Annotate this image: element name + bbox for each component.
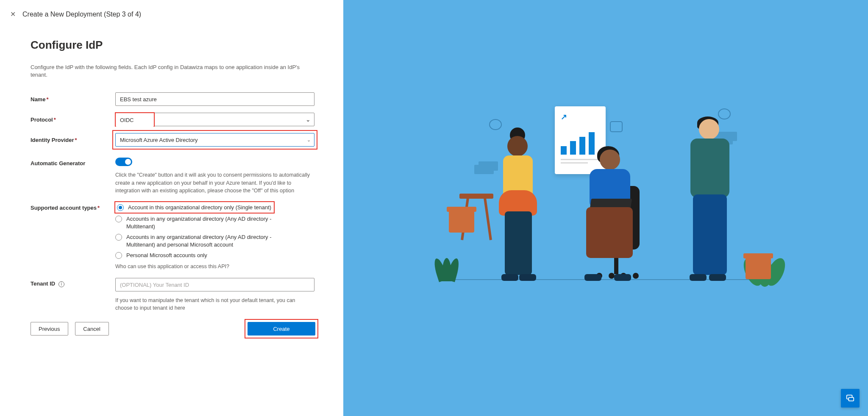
header: ✕ Create a New Deployment (Step 3 of 4) [10,10,330,18]
footer-buttons: Previous Cancel Create [31,322,315,336]
tenant-id-input[interactable] [115,278,314,291]
page-title: Configure IdP [31,39,315,52]
account-types-help: Who can use this application or access t… [115,263,310,270]
radio-icon [115,216,122,222]
radio-icon [115,234,122,241]
required-marker: * [46,96,48,103]
radio-icon [115,252,122,259]
tenant-id-help: If you want to manipulate the tenant whi… [115,297,310,312]
label-tenant-id: Tenant ID i [31,278,115,287]
label-account-types: Supported account types* [31,202,115,211]
label-name: Name* [31,96,115,103]
radio-label: Accounts in any organizational directory… [126,233,289,248]
radio-icon [117,204,124,211]
radio-personal-only[interactable]: Personal Microsoft accounts only [115,252,289,259]
person-standing-right [682,118,737,279]
row-identity-provider: Identity Provider* Microsoft Azure Activ… [31,133,315,147]
breadcrumb-title: Create a New Deployment (Step 3 of 4) [22,11,141,18]
chevron-down-icon: ⌄ [306,116,311,123]
radio-label: Accounts in any organizational directory… [126,215,289,230]
identity-provider-select[interactable]: Microsoft Azure Active Directory ⌄ [115,133,314,147]
label-autogen-text: Automatic Generator [31,160,85,166]
name-input[interactable] [115,92,314,106]
radio-multitenant-personal[interactable]: Accounts in any organizational directory… [115,233,289,248]
create-button[interactable]: Create [248,322,315,336]
radio-multitenant[interactable]: Accounts in any organizational directory… [115,215,289,230]
cancel-button[interactable]: Cancel [75,322,109,336]
gear-icon [489,119,502,130]
info-icon[interactable]: i [58,281,64,287]
illustration: ↗ [432,98,779,318]
label-account-types-text: Supported account types [31,205,97,211]
previous-button[interactable]: Previous [31,322,68,336]
required-marker: * [75,137,77,143]
chat-fab[interactable] [841,389,860,408]
form-panel: ✕ Create a New Deployment (Step 3 of 4) … [0,0,343,416]
protocol-value: OIDC [120,117,134,123]
chevron-down-icon: ⌄ [307,137,311,143]
label-automatic-generator: Automatic Generator [31,158,115,166]
svg-rect-1 [849,397,854,401]
label-idp-text: Identity Provider [31,137,74,143]
row-automatic-generator: Automatic Generator Click the "Create" b… [31,158,315,194]
trend-arrow-icon: ↗ [561,112,600,122]
radio-label: Personal Microsoft accounts only [126,252,207,259]
illustration-panel: ↗ [343,0,868,416]
page-description: Configure the IdP with the following fie… [31,64,302,79]
label-protocol: Protocol* [31,116,115,123]
radio-single-tenant[interactable]: Account in this organizational directory… [117,204,271,211]
radio-label: Account in this organizational directory… [128,204,271,211]
message-icon [610,121,623,132]
automatic-generator-help: Click the "Create" button and it will as… [115,171,310,194]
row-tenant-id: Tenant ID i If you want to manipulate th… [31,278,315,312]
close-icon[interactable]: ✕ [10,10,16,18]
person-sitting [572,144,648,279]
identity-provider-value: Microsoft Azure Active Directory [120,137,198,143]
row-account-types: Supported account types* Account in this… [31,202,315,270]
chat-icon [846,394,855,403]
label-name-text: Name [31,96,45,103]
automatic-generator-toggle[interactable] [115,158,132,166]
label-protocol-text: Protocol [31,116,53,123]
label-tenant-id-text: Tenant ID [31,280,55,287]
required-marker: * [54,116,56,123]
protocol-select[interactable]: OIDC [116,113,154,127]
plant-icon [746,256,771,279]
row-name: Name* [31,92,315,106]
row-protocol: Protocol* OIDC ⌄ [31,113,315,126]
required-marker: * [97,205,100,211]
label-identity-provider: Identity Provider* [31,137,115,143]
person-standing-left [495,131,542,279]
